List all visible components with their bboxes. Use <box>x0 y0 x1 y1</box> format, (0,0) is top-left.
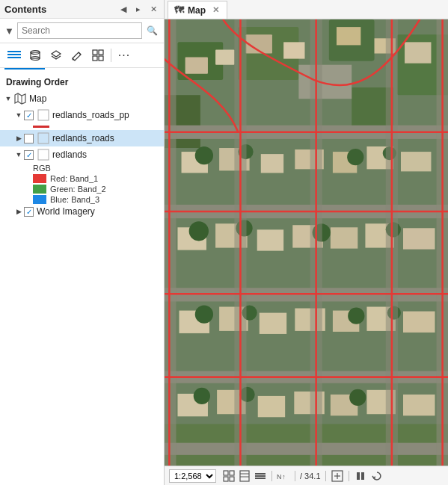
expand-map-icon[interactable]: ▼ <box>3 93 13 104</box>
svg-rect-96 <box>224 471 228 475</box>
toolbar-separator <box>111 49 111 62</box>
close-icon[interactable]: ✕ <box>147 3 159 15</box>
map-view[interactable] <box>165 19 448 466</box>
tree-item-roads-pp[interactable]: ▼ redlands_roads_pp <box>0 107 164 123</box>
map-tab-bar: 🗺 Map ✕ <box>165 0 448 19</box>
svg-rect-105 <box>255 478 266 479</box>
drawing-order-label: Drawing Order <box>0 74 164 90</box>
tree-item-world-imagery[interactable]: ▶ World Imagery <box>0 205 164 218</box>
svg-marker-6 <box>52 51 61 57</box>
red-swatch <box>33 174 46 183</box>
app-container: Contents ◀ ▸ ✕ ▼ 🔍 <box>0 0 448 485</box>
map-tab[interactable]: 🗺 Map ✕ <box>168 1 227 19</box>
blue-band-label: Blue: Band_3 <box>50 195 99 204</box>
more-options-icon[interactable]: ··· <box>114 46 134 64</box>
toolbar-underline <box>4 68 72 69</box>
rgb-label: RGB <box>33 164 51 173</box>
expand-roads-icon[interactable]: ▶ <box>13 133 24 143</box>
refresh-icon[interactable] <box>370 469 384 483</box>
roads-checkbox[interactable] <box>24 134 34 143</box>
roads-pp-checkbox[interactable] <box>24 111 34 120</box>
north-arrow-icon[interactable]: N↑ <box>277 469 290 483</box>
pencil-icon[interactable] <box>67 46 87 64</box>
roads-pp-label: redlands_roads_pp <box>52 110 129 120</box>
svg-rect-112 <box>361 472 364 480</box>
toolbar-row: ··· <box>0 43 164 68</box>
road-overlay <box>165 19 448 466</box>
svg-rect-100 <box>240 471 249 481</box>
svg-rect-14 <box>38 110 49 120</box>
svg-rect-8 <box>99 50 103 55</box>
scale-select[interactable]: 1:2,568 <box>169 469 216 483</box>
grid-view-icon[interactable] <box>88 46 108 64</box>
map-layer-icon <box>13 92 27 105</box>
legend-rgb-label: RGB <box>0 163 164 173</box>
map-area: 🗺 Map ✕ <box>165 0 448 485</box>
layers-status-icon[interactable] <box>254 469 267 483</box>
expand-world-imagery-icon[interactable]: ▶ <box>13 206 24 217</box>
tree-item-redlands[interactable]: ▼ redlands <box>0 146 164 163</box>
svg-rect-9 <box>93 56 97 61</box>
status-divider-3 <box>325 471 326 481</box>
map-tab-label: Map <box>188 5 206 16</box>
svg-rect-10 <box>99 56 103 61</box>
blue-swatch <box>33 195 46 204</box>
status-divider-4 <box>349 471 349 481</box>
redlands-layer-icon <box>37 148 50 161</box>
bookmarks-icon[interactable] <box>238 469 251 483</box>
contents-panel: Contents ◀ ▸ ✕ ▼ 🔍 <box>0 0 165 485</box>
svg-text:↑: ↑ <box>282 472 286 480</box>
tree-item-map[interactable]: ▼ Map <box>0 90 164 107</box>
expand-redlands-icon[interactable]: ▼ <box>13 149 24 160</box>
map-tab-icon: 🗺 <box>174 4 184 16</box>
filter-icon[interactable]: ▼ <box>4 25 14 37</box>
roads-pp-layer-icon <box>37 108 50 122</box>
roads-layer-icon <box>37 132 50 145</box>
tree-item-roads[interactable]: ▶ redlands_roads <box>0 130 164 146</box>
redlands-label: redlands <box>52 149 87 160</box>
zoom-to-full-icon[interactable] <box>331 469 344 483</box>
roads-pp-legend-swatch <box>33 126 49 128</box>
legend-green-band: Green: Band_2 <box>0 184 164 194</box>
expand-roads-pp-icon[interactable]: ▼ <box>13 110 24 120</box>
search-input[interactable] <box>17 22 142 39</box>
svg-rect-7 <box>93 50 97 55</box>
svg-rect-111 <box>357 472 360 480</box>
world-imagery-label: World Imagery <box>37 206 95 217</box>
status-divider-2 <box>295 471 295 481</box>
svg-rect-98 <box>224 477 228 481</box>
map-tab-close[interactable]: ✕ <box>212 5 219 15</box>
status-icons <box>222 469 267 483</box>
layers-icon[interactable] <box>46 46 66 64</box>
search-button[interactable]: 🔍 <box>145 24 159 37</box>
redlands-checkbox[interactable] <box>24 150 34 160</box>
status-divider-1 <box>271 471 272 481</box>
pause-icon[interactable] <box>354 469 367 483</box>
svg-rect-0 <box>7 51 21 52</box>
green-band-label: Green: Band_2 <box>50 185 106 194</box>
grid-icon[interactable] <box>222 469 236 483</box>
panel-title: Contents <box>4 4 46 15</box>
svg-rect-1 <box>7 54 21 55</box>
cylinder-icon[interactable] <box>25 46 45 64</box>
world-imagery-checkbox[interactable] <box>24 207 34 217</box>
svg-rect-16 <box>38 149 49 160</box>
pin-icon[interactable]: ◀ <box>117 3 129 15</box>
contents-body: Drawing Order ▼ Map ▼ redlands_roads_pp <box>0 71 164 485</box>
legend-roads-pp <box>0 123 164 130</box>
svg-text:N: N <box>277 472 282 480</box>
svg-rect-103 <box>255 473 266 475</box>
green-swatch <box>33 185 46 194</box>
panel-header-icons: ◀ ▸ ✕ <box>117 3 159 15</box>
roads-label: redlands_roads <box>52 133 114 143</box>
search-bar: ▼ 🔍 <box>0 19 164 43</box>
status-bar: 1:2,568 N↑ / 34.1 <box>165 466 448 485</box>
panel-header: Contents ◀ ▸ ✕ <box>0 0 164 19</box>
list-view-icon[interactable] <box>4 46 24 64</box>
svg-rect-104 <box>255 475 266 477</box>
svg-rect-2 <box>7 57 21 58</box>
undock-icon[interactable]: ▸ <box>132 3 144 15</box>
svg-rect-97 <box>230 471 234 475</box>
svg-rect-15 <box>38 133 49 143</box>
svg-rect-99 <box>230 477 234 481</box>
